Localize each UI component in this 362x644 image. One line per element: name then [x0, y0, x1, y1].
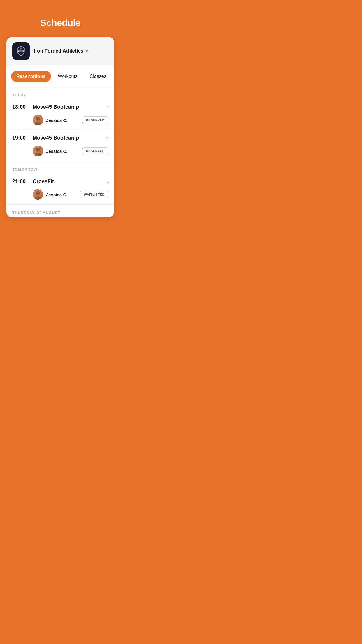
chevron-down-icon: ▾ [86, 48, 88, 54]
section-thursday: THURSDAY, 24 AUGUST [6, 205, 114, 217]
section-label-tomorrow: TOMORROW [6, 161, 114, 174]
main-card: IFA Iron Forged Athletics ▾ Reservations… [6, 37, 114, 217]
tab-workouts[interactable]: Workouts [53, 71, 83, 82]
class-item-2100: 21:00 CrossFit › Jessica C. WAITLISTED [6, 174, 114, 204]
avatar-face-1900 [33, 146, 43, 156]
status-badge-1800: RESERVED [82, 116, 108, 124]
header: Schedule [0, 0, 121, 37]
class-item-1900: 19:00 Move45 Bootcamp › Jessica C. RESER… [6, 130, 114, 161]
chevron-right-icon-2100: › [107, 178, 108, 185]
instructor-name-1800: Jessica C. [46, 118, 82, 123]
gym-logo: IFA [12, 42, 30, 60]
instructor-name-1900: Jessica C. [46, 149, 82, 154]
class-name-1900: Move45 Bootcamp [33, 135, 104, 141]
instructor-row-1800: Jessica C. RESERVED [12, 113, 108, 130]
section-label-today: TODAY [6, 87, 114, 99]
status-badge-2100: WAITLISTED [80, 191, 108, 198]
svg-rect-2 [18, 50, 19, 52]
chevron-right-icon-1900: › [107, 135, 108, 141]
gym-header: IFA Iron Forged Athletics ▾ [6, 37, 114, 65]
tab-reservations[interactable]: Reservations [11, 71, 51, 82]
section-today: TODAY 18:00 Move45 Bootcamp › Jessica C.… [6, 87, 114, 161]
instructor-name-2100: Jessica C. [46, 192, 80, 197]
svg-rect-3 [23, 50, 24, 52]
avatar-1800 [33, 115, 43, 125]
class-row-1800[interactable]: 18:00 Move45 Bootcamp › [12, 99, 108, 113]
gym-name-row[interactable]: Iron Forged Athletics ▾ [34, 48, 88, 54]
class-time-1800: 18:00 [12, 104, 33, 110]
class-name-1800: Move45 Bootcamp [33, 104, 104, 110]
avatar-face-2100 [33, 189, 43, 200]
page-wrapper: Schedule IFA Iron Forged Athletics [0, 0, 121, 229]
avatar-1900 [33, 146, 43, 156]
page-title: Schedule [6, 18, 115, 28]
svg-text:IFA: IFA [20, 48, 22, 50]
avatar-2100 [33, 189, 43, 200]
class-item-1800: 18:00 Move45 Bootcamp › Jessica C. RESER… [6, 99, 114, 130]
class-name-2100: CrossFit [33, 178, 104, 185]
section-tomorrow: TOMORROW 21:00 CrossFit › Jessica C. WAI… [6, 161, 114, 204]
chevron-right-icon-1800: › [107, 104, 108, 110]
gym-logo-svg: IFA [15, 45, 27, 57]
instructor-row-2100: Jessica C. WAITLISTED [12, 187, 108, 204]
instructor-row-1900: Jessica C. RESERVED [12, 144, 108, 161]
class-row-2100[interactable]: 21:00 CrossFit › [12, 174, 108, 187]
svg-rect-1 [19, 51, 23, 52]
section-label-thursday: THURSDAY, 24 AUGUST [6, 205, 114, 217]
class-row-1900[interactable]: 19:00 Move45 Bootcamp › [12, 130, 108, 144]
tab-app[interactable]: App [113, 71, 114, 82]
tabs-row: Reservations Workouts Classes App [6, 71, 114, 82]
class-time-1900: 19:00 [12, 135, 33, 141]
gym-name: Iron Forged Athletics [34, 48, 83, 54]
avatar-face-1800 [33, 115, 43, 125]
class-time-2100: 21:00 [12, 178, 33, 185]
content-card: Reservations Workouts Classes App TODAY … [6, 65, 114, 217]
status-badge-1900: RESERVED [82, 147, 108, 155]
tab-classes[interactable]: Classes [85, 71, 112, 82]
